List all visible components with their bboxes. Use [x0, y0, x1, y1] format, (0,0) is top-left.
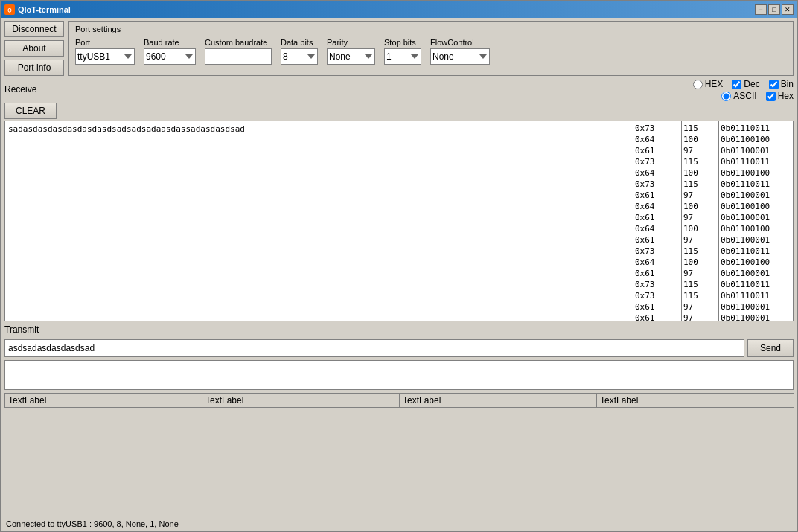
port-settings-group: Port settings Port ttyUSB1 ttyUSB2 ttyS0… — [68, 21, 794, 76]
disconnect-button[interactable]: Disconnect — [4, 21, 64, 37]
bin-value: 0b01100100 — [721, 134, 791, 145]
ascii-text: sadasdasdasdasdasdasdsadsadsadaasdassada… — [8, 124, 245, 134]
dec-value: 100 — [683, 201, 717, 212]
hex2-checkbox-label: Hex — [778, 91, 794, 101]
hex-value: 0x73 — [635, 156, 680, 167]
parity-select[interactable]: None Odd Even — [327, 48, 375, 65]
dec-value: 100 — [683, 134, 717, 145]
minimize-button[interactable]: − — [755, 4, 767, 15]
ascii-panel: sadasdasdasdasdasdasdsadsadsadaasdassada… — [4, 121, 633, 321]
transmit-label: Transmit — [4, 324, 794, 335]
send-button[interactable]: Send — [747, 339, 794, 357]
statusbar-text: Connected to ttyUSB1 : 9600, 8, None, 1,… — [6, 519, 179, 528]
dec-checkbox[interactable] — [732, 80, 741, 89]
clear-button[interactable]: CLEAR — [4, 103, 57, 119]
dec-value: 115 — [683, 290, 717, 301]
hex-value: 0x61 — [635, 190, 680, 201]
flow-control-field: FlowControl None Hardware Software — [430, 38, 490, 65]
dec-value: 100 — [683, 223, 717, 234]
hex-value: 0x61 — [635, 301, 680, 313]
hex-value: 0x61 — [635, 145, 680, 156]
stop-bits-label: Stop bits — [384, 38, 421, 47]
dec-value: 97 — [683, 313, 717, 321]
status-label-2: TextLabel — [202, 393, 400, 408]
stop-bits-field: Stop bits 1 2 — [384, 38, 421, 65]
port-label: Port — [75, 38, 135, 47]
svg-text:Q: Q — [7, 7, 12, 13]
status-label-4: TextLabel — [596, 393, 794, 408]
app-icon: Q — [4, 4, 15, 15]
hex-value: 0x73 — [635, 290, 680, 301]
bin-value: 0b01110011 — [721, 246, 791, 257]
dec-value: 100 — [683, 257, 717, 268]
titlebar-left: Q QIoT-terminal — [4, 4, 71, 15]
hex-value: 0x64 — [635, 257, 680, 268]
dec-option: Dec — [732, 79, 759, 89]
about-button[interactable]: About — [4, 40, 64, 57]
hex-radio[interactable] — [693, 80, 703, 89]
custom-baud-label: Custom baudrate — [205, 38, 272, 47]
option-row-1: HEX Dec Bin — [693, 79, 794, 89]
data-bits-select[interactable]: 5 6 7 8 — [281, 48, 318, 65]
port-select[interactable]: ttyUSB1 ttyUSB2 ttyS0 — [75, 48, 135, 65]
dec-value: 100 — [683, 167, 717, 179]
bin-value: 0b01100100 — [721, 223, 791, 234]
titlebar-buttons: − □ ✕ — [755, 4, 794, 15]
dec-value: 97 — [683, 190, 717, 201]
hex-value: 0x73 — [635, 279, 680, 290]
bin-value: 0b01100001 — [721, 313, 791, 321]
transmit-row: Send — [4, 339, 794, 357]
ascii-option: ASCII — [721, 91, 756, 101]
bin-value: 0b01110011 — [721, 279, 791, 290]
data-bits-field: Data bits 5 6 7 8 — [281, 38, 318, 65]
dec-value: 97 — [683, 301, 717, 313]
bin-panel: 0b011100110b011001000b011000010b01110011… — [719, 121, 794, 321]
bin-value: 0b01100100 — [721, 257, 791, 268]
dec-value: 115 — [683, 156, 717, 167]
status-labels-row: TextLabel TextLabel TextLabel TextLabel — [4, 393, 794, 408]
dec-value: 97 — [683, 234, 717, 246]
port-settings-legend: Port settings — [75, 25, 787, 33]
close-button[interactable]: ✕ — [782, 4, 794, 15]
bin-value: 0b01100001 — [721, 190, 791, 201]
top-section: Disconnect About Port info Port settings… — [4, 21, 794, 76]
baud-select[interactable]: 9600 19200 38400 57600 115200 — [144, 48, 196, 65]
dec-value: 115 — [683, 179, 717, 190]
stop-bits-select[interactable]: 1 2 — [384, 48, 421, 65]
bin-value: 0b01100001 — [721, 268, 791, 279]
receive-options: HEX Dec Bin A — [693, 79, 794, 101]
dec-value: 115 — [683, 279, 717, 290]
main-content: Disconnect About Port info Port settings… — [1, 18, 797, 516]
dec-value: 97 — [683, 268, 717, 279]
parity-field: Parity None Odd Even — [327, 38, 375, 65]
bin-checkbox-label: Bin — [781, 79, 794, 89]
hex-value: 0x64 — [635, 167, 680, 179]
port-field: Port ttyUSB1 ttyUSB2 ttyS0 — [75, 38, 135, 65]
bin-value: 0b01100001 — [721, 301, 791, 313]
receive-section: Receive HEX Dec Bin — [4, 79, 794, 321]
hex-value: 0x64 — [635, 223, 680, 234]
transmit-section: Transmit Send — [4, 324, 794, 390]
hex-option: HEX — [693, 79, 724, 89]
transmit-textarea[interactable] — [4, 360, 794, 390]
left-buttons: Disconnect About Port info — [4, 21, 64, 76]
port-info-button[interactable]: Port info — [4, 60, 64, 76]
hex2-checkbox[interactable] — [766, 92, 776, 101]
custom-baud-input[interactable] — [205, 48, 272, 65]
hex-radio-label: HEX — [705, 79, 724, 89]
bin-value: 0b01110011 — [721, 179, 791, 190]
hex-value: 0x61 — [635, 268, 680, 279]
ascii-radio[interactable] — [721, 92, 731, 101]
flow-control-select[interactable]: None Hardware Software — [430, 48, 490, 65]
ascii-radio-label: ASCII — [733, 91, 756, 101]
bin-value: 0b01100100 — [721, 201, 791, 212]
restore-button[interactable]: □ — [768, 4, 780, 15]
dec-value: 97 — [683, 145, 717, 156]
transmit-input[interactable] — [4, 339, 744, 357]
hex-value: 0x61 — [635, 234, 680, 246]
bin-checkbox[interactable] — [769, 80, 779, 89]
port-settings-row: Port ttyUSB1 ttyUSB2 ttyS0 Baud rate 960… — [75, 38, 787, 65]
data-bits-label: Data bits — [281, 38, 318, 47]
bin-value: 0b01110011 — [721, 290, 791, 301]
baud-label: Baud rate — [144, 38, 196, 47]
